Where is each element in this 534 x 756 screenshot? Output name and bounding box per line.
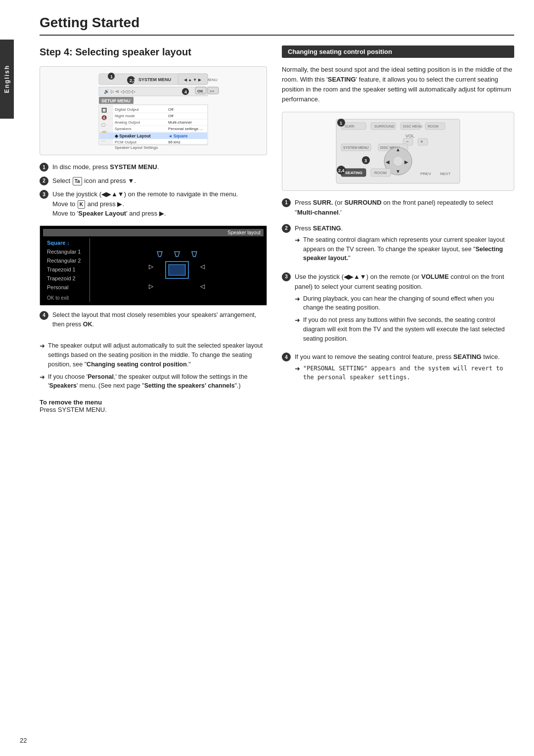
svg-text:VOL: VOL — [405, 133, 414, 138]
svg-text:◁: ◁ — [200, 283, 205, 290]
menu-item-trap2[interactable]: Trapezoid 2 — [43, 274, 89, 283]
svg-text:🔲: 🔲 — [101, 107, 107, 113]
right-step-4: 4 If you want to remove the seating cont… — [282, 352, 514, 385]
right-step-3-content: Use the joystick (◀▶▲▼) on the remote (o… — [295, 272, 514, 346]
menu-item-rect1[interactable]: Rectangular 1 — [43, 247, 89, 256]
svg-text:1: 1 — [110, 74, 113, 79]
section-heading: Changing seating control position — [282, 45, 514, 58]
svg-text:Digital Output: Digital Output — [115, 107, 139, 112]
step-4-item: 4 Select the layout that most closely re… — [40, 311, 267, 335]
step-1-num: 1 — [40, 163, 48, 172]
right-step-4-num: 4 — [282, 353, 291, 361]
svg-text:SYSTEM MENU: SYSTEM MENU — [138, 77, 171, 82]
svg-text:96 kHz: 96 kHz — [168, 140, 180, 144]
step-2-text: Select Ta icon and press ▼. — [52, 176, 136, 186]
language-tab: English — [0, 40, 14, 119]
arrow-bullet-2: If you choose 'Personal,' the speaker ou… — [40, 372, 267, 391]
right-step-2-arrow: The seating control diagram which repres… — [295, 235, 514, 263]
svg-text:🔊  ▷  ⊲  ◁◁  ▷▷: 🔊 ▷ ⊲ ◁◁ ▷▷ — [104, 89, 135, 94]
step-3-item: 3 Use the joystick (◀▶▲▼) on the remote … — [40, 189, 267, 219]
svg-text:Speaker Layout Settings: Speaker Layout Settings — [115, 145, 158, 150]
svg-text:PCM Output: PCM Output — [115, 140, 137, 144]
svg-text:▲: ▲ — [396, 147, 400, 152]
svg-text:>>: >> — [210, 89, 215, 93]
menu-item-rect2[interactable]: Rectangular 2 — [43, 256, 89, 265]
right-step-2-num: 2 — [282, 224, 291, 233]
svg-text:ROOM: ROOM — [428, 125, 439, 128]
speaker-layout-header: Speaker layout — [43, 229, 264, 236]
menu-item-square[interactable]: Square ↓ — [43, 238, 89, 247]
svg-text:Analog Output: Analog Output — [115, 120, 140, 125]
right-step-1-content: Press SURR. (or SURROUND on the front pa… — [295, 198, 514, 218]
step-heading: Step 4: Selecting speaker layout — [40, 45, 267, 58]
arrow-bullet-2-text: If you choose 'Personal,' the speaker ou… — [48, 372, 267, 391]
two-column-layout: Step 4: Selecting speaker layout SYSTEM … — [40, 45, 514, 413]
svg-text:+: + — [420, 139, 423, 144]
speaker-visual: ▷ ◁ ▷ ◁ — [90, 238, 264, 302]
svg-text:OK: OK — [197, 89, 203, 93]
step-3-text: Use the joystick (◀▶▲▼) on the remote to… — [52, 189, 238, 219]
svg-text:NEXT: NEXT — [440, 172, 450, 176]
menu-item-trap1[interactable]: Trapezoid 1 — [43, 265, 89, 274]
steps-list-step4: 4 Select the layout that most closely re… — [40, 311, 267, 335]
right-remote-illustration: SURR SURROUND DISC MENU ROOM 1 VOL — [282, 112, 514, 191]
right-step-1: 1 Press SURR. (or SURROUND on the front … — [282, 198, 514, 218]
step-2-item: 2 Select Ta icon and press ▼. — [40, 176, 267, 186]
arrow-bullet-1-text: The speaker output will adjust automatic… — [48, 341, 267, 369]
step-4-text: Select the layout that most closely rese… — [52, 311, 267, 330]
svg-text:▶: ▶ — [404, 159, 408, 165]
speaker-menu-list: Square ↓ Rectangular 1 Rectangular 2 Tra… — [43, 238, 90, 302]
right-remote-svg: SURR SURROUND DISC MENU ROOM 1 VOL — [321, 117, 475, 186]
right-step-2-content: Press SEATING. The seating control diagr… — [295, 223, 514, 266]
svg-text:🔇: 🔇 — [101, 115, 107, 121]
svg-text:Night mode: Night mode — [115, 114, 135, 118]
right-steps-list: 1 Press SURR. (or SURROUND on the front … — [282, 198, 514, 385]
speaker-layout-mockup: Speaker layout Square ↓ Rectangular 1 Re… — [40, 225, 267, 306]
remote-svg: SYSTEM MENU DISC MENU 2,3 1 ◀ ▲ ▼ ▶ — [69, 71, 237, 150]
remote-illustration: SYSTEM MENU DISC MENU 2,3 1 ◀ ▲ ▼ ▶ — [40, 66, 267, 155]
page-container: English Getting Started Step 4: Selectin… — [0, 0, 534, 756]
svg-text:◁: ◁ — [200, 263, 205, 270]
svg-point-77 — [393, 156, 403, 166]
svg-text:◄ Square: ◄ Square — [168, 133, 188, 138]
svg-text:3: 3 — [364, 158, 367, 163]
menu-item-personal[interactable]: Personal — [43, 283, 89, 292]
language-label: English — [3, 65, 10, 93]
svg-text:Off: Off — [168, 114, 174, 118]
svg-text:2,4: 2,4 — [338, 168, 345, 173]
svg-text:−: − — [406, 139, 409, 144]
step-1-text: In disc mode, press SYSTEM MENU. — [52, 162, 159, 172]
page-title: Getting Started — [40, 15, 514, 36]
svg-text:Personal settings ...: Personal settings ... — [168, 127, 203, 131]
svg-text:SEATING: SEATING — [345, 171, 362, 175]
remove-menu-text: Press SYSTEM MENU. — [40, 406, 267, 413]
right-column: Changing seating control position Normal… — [282, 45, 514, 413]
svg-text:▼: ▼ — [396, 169, 400, 174]
remove-menu-section: To remove the menu Press SYSTEM MENU. — [40, 399, 267, 413]
svg-text:Off: Off — [168, 107, 174, 112]
svg-text:Multi-channel: Multi-channel — [168, 120, 192, 125]
svg-text:◆ Speaker Layout: ◆ Speaker Layout — [114, 133, 151, 138]
right-step-3-num: 3 — [282, 272, 291, 281]
speaker-layout-body: Square ↓ Rectangular 1 Rectangular 2 Tra… — [43, 238, 264, 302]
step-3-num: 3 — [40, 190, 48, 199]
svg-text:🖵: 🖵 — [101, 123, 106, 128]
right-step-3: 3 Use the joystick (◀▶▲▼) on the remote … — [282, 272, 514, 346]
right-step-3-arrow1: During playback, you can hear the changi… — [295, 294, 514, 313]
svg-text:SETUP MENU: SETUP MENU — [101, 98, 131, 103]
menu-item-exit[interactable]: OK to exit — [43, 294, 89, 302]
svg-text:▷: ▷ — [149, 283, 154, 290]
right-step-2: 2 Press SEATING. The seating control dia… — [282, 223, 514, 266]
arrow-bullet-1: The speaker output will adjust automatic… — [40, 341, 267, 369]
svg-text:◀: ◀ — [386, 159, 390, 165]
svg-text:DISC MENU: DISC MENU — [403, 125, 422, 128]
remove-menu-title: To remove the menu — [40, 399, 267, 406]
steps-list-top: 1 In disc mode, press SYSTEM MENU. 2 Sel… — [40, 162, 267, 219]
svg-text:2,3: 2,3 — [130, 78, 136, 83]
step-2-num: 2 — [40, 177, 48, 185]
svg-text:SURROUND: SURROUND — [374, 125, 394, 128]
svg-text:4: 4 — [184, 89, 187, 94]
k-icon: K — [78, 200, 85, 209]
step-4-num: 4 — [40, 311, 48, 320]
right-step-1-num: 1 — [282, 198, 291, 207]
